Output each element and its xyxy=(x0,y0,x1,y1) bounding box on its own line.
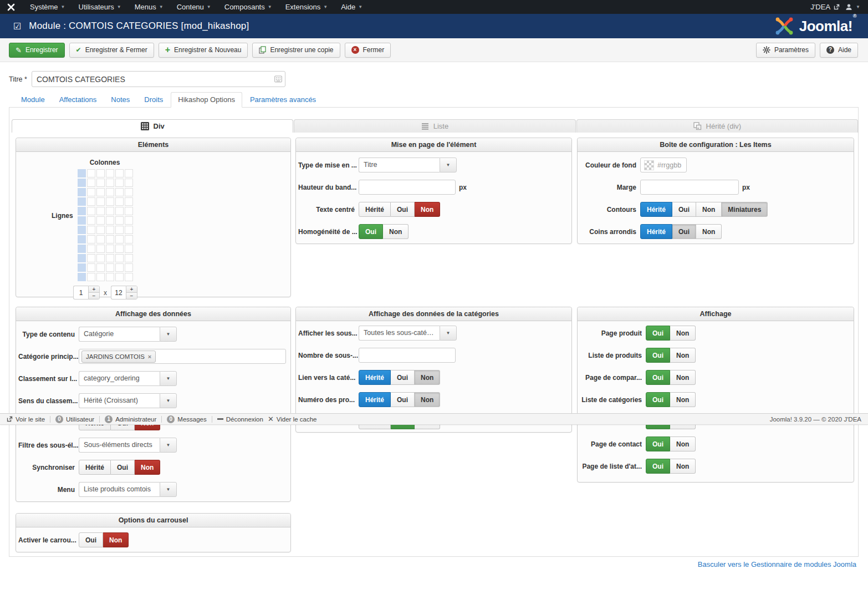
grid-cell[interactable] xyxy=(125,216,133,225)
grid-cell[interactable] xyxy=(125,263,133,272)
columns-increment-button[interactable]: + xyxy=(89,286,99,293)
oui-button[interactable]: Oui xyxy=(391,202,415,217)
save-copy-button[interactable]: Enregistrer une copie xyxy=(252,43,340,58)
grid-cell[interactable] xyxy=(96,254,105,262)
grid-cell[interactable] xyxy=(106,245,114,253)
grid-cell[interactable] xyxy=(96,188,105,196)
grid-cell[interactable] xyxy=(78,216,86,225)
oui-button[interactable]: Oui xyxy=(646,436,670,451)
grid-cell[interactable] xyxy=(78,188,86,196)
oui-button[interactable]: Oui xyxy=(646,326,670,341)
non-button[interactable]: Non xyxy=(670,459,696,474)
grid-cell[interactable] xyxy=(125,273,133,281)
type-tab-herite-div[interactable]: Hérité (div) xyxy=(576,119,858,133)
grid-cell[interactable] xyxy=(106,197,114,206)
messages-status[interactable]: 0 Messages xyxy=(167,415,206,423)
switch-module-manager-link[interactable]: Basculer vers le Gestionnaire de modules… xyxy=(698,560,856,568)
oui-button[interactable]: Oui xyxy=(672,202,696,217)
grid-cell[interactable] xyxy=(78,254,86,262)
grid-cell[interactable] xyxy=(106,263,114,272)
tab-droits[interactable]: Droits xyxy=(137,93,170,107)
grid-cell[interactable] xyxy=(78,197,86,206)
layout-type-select[interactable]: Titre ▼ xyxy=(359,158,457,172)
type-tab-liste[interactable]: Liste xyxy=(294,119,575,133)
grid-cell[interactable] xyxy=(87,245,95,253)
rows-count-input[interactable] xyxy=(111,286,126,300)
grid-cell[interactable] xyxy=(78,169,86,177)
grid-cell[interactable] xyxy=(87,254,95,262)
non-button[interactable]: Non xyxy=(670,436,696,451)
grid-cell[interactable] xyxy=(115,273,124,281)
grid-cell[interactable] xyxy=(87,263,95,272)
herite-button[interactable]: Hérité xyxy=(359,370,391,385)
tab-notes[interactable]: Notes xyxy=(104,93,136,107)
oui-button[interactable]: Oui xyxy=(111,460,135,475)
users-status[interactable]: 0 Utilisateur xyxy=(55,415,94,423)
oui-button[interactable]: Oui xyxy=(391,370,415,385)
grid-cell[interactable] xyxy=(106,226,114,234)
columns-decrement-button[interactable]: − xyxy=(89,293,99,299)
grid-cell[interactable] xyxy=(125,207,133,215)
non-button[interactable]: Non xyxy=(696,202,722,217)
tab-module[interactable]: Module xyxy=(14,93,52,107)
save-new-button[interactable]: + Enregistrer & Nouveau xyxy=(159,43,248,58)
show-subcategories-select[interactable]: Toutes les sous-catégories di... ▼ xyxy=(359,326,457,341)
grid-cell[interactable] xyxy=(106,235,114,243)
grid-cell[interactable] xyxy=(125,254,133,262)
menu-contenu[interactable]: Contenu▼ xyxy=(170,0,218,14)
non-button[interactable]: Non xyxy=(415,370,440,385)
grid-cell[interactable] xyxy=(106,254,114,262)
user-menu[interactable]: ▼ xyxy=(845,3,860,11)
grid-cell[interactable] xyxy=(87,216,95,225)
grid-cell[interactable] xyxy=(96,197,105,206)
grid-cell[interactable] xyxy=(125,235,133,243)
herite-button[interactable]: Hérité xyxy=(79,460,111,475)
miniatures-button[interactable]: Miniatures xyxy=(722,202,768,217)
grid-cell[interactable] xyxy=(106,188,114,196)
ordering-direction-select[interactable]: Hérité (Croissant) ▼ xyxy=(79,393,177,408)
oui-button[interactable]: Oui xyxy=(359,224,383,239)
oui-button[interactable]: Oui xyxy=(646,348,670,363)
save-close-button[interactable]: ✔ Enregistrer & Fermer xyxy=(69,43,154,58)
grid-cell[interactable] xyxy=(96,226,105,234)
non-button[interactable]: Non xyxy=(670,392,696,407)
oui-button[interactable]: Oui xyxy=(646,370,670,385)
non-button[interactable]: Non xyxy=(383,224,409,239)
grid-cell[interactable] xyxy=(96,245,105,253)
tab-parametres-avances[interactable]: Paramètres avancés xyxy=(243,93,323,107)
grid-cell[interactable] xyxy=(87,235,95,243)
grid-cell[interactable] xyxy=(87,207,95,215)
band-height-input[interactable] xyxy=(359,180,456,195)
grid-cell[interactable] xyxy=(115,254,124,262)
grid-cell[interactable] xyxy=(96,235,105,243)
grid-cell[interactable] xyxy=(78,245,86,253)
background-color-input[interactable]: #rrggbb xyxy=(640,158,687,172)
grid-cell[interactable] xyxy=(125,179,133,187)
menu-extensions[interactable]: Extensions▼ xyxy=(279,0,335,14)
herite-button[interactable]: Hérité xyxy=(359,202,391,217)
grid-cell[interactable] xyxy=(96,273,105,281)
grid-cell[interactable] xyxy=(87,179,95,187)
grid-cell[interactable] xyxy=(115,197,124,206)
grid-cell[interactable] xyxy=(106,273,114,281)
grid-cell[interactable] xyxy=(125,197,133,206)
grid-cell[interactable] xyxy=(78,207,86,215)
menu-utilisateurs[interactable]: Utilisateurs▼ xyxy=(72,0,128,14)
grid-cell[interactable] xyxy=(87,197,95,206)
margin-input[interactable] xyxy=(640,180,739,195)
grid-cell[interactable] xyxy=(115,179,124,187)
clear-cache-link[interactable]: ✕ Vider le cache xyxy=(268,415,317,423)
non-button[interactable]: Non xyxy=(135,460,160,475)
herite-button[interactable]: Hérité xyxy=(640,202,672,217)
oui-button[interactable]: Oui xyxy=(79,532,103,547)
non-button[interactable]: Non xyxy=(103,532,129,547)
grid-cell[interactable] xyxy=(115,235,124,243)
grid-cell[interactable] xyxy=(78,263,86,272)
menu-select[interactable]: Liste produits comtois ▼ xyxy=(79,482,177,497)
title-input[interactable] xyxy=(32,71,285,87)
herite-button[interactable]: Hérité xyxy=(359,392,391,407)
tab-affectations[interactable]: Affectations xyxy=(53,93,104,107)
oui-button[interactable]: Oui xyxy=(646,392,670,407)
oui-button[interactable]: Oui xyxy=(391,392,415,407)
menu-systeme[interactable]: Système▼ xyxy=(23,0,72,14)
